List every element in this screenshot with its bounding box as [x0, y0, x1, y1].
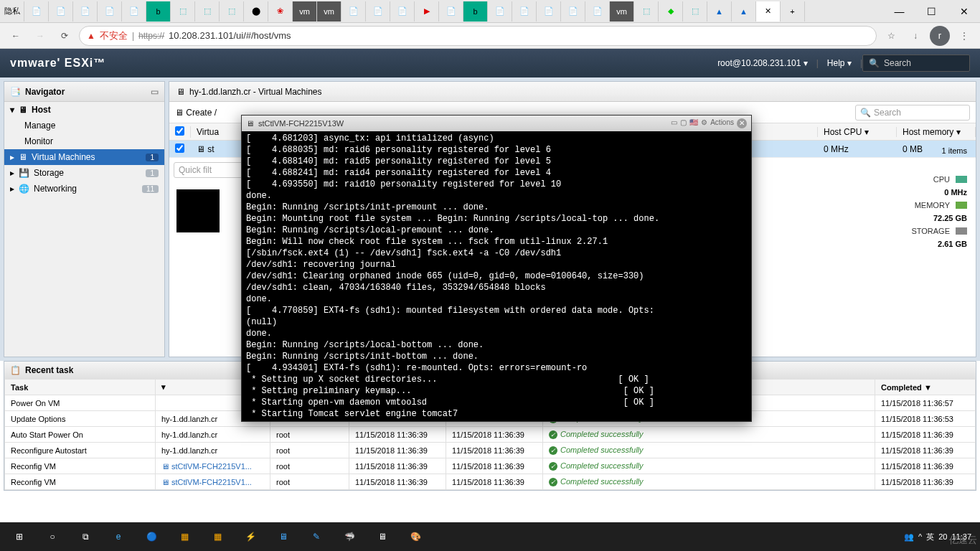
console-titlebar[interactable]: 🖥 stCtlVM-FCH2215V13W ▭ ▢ 🇺🇸 ⚙ Actions ✕	[242, 116, 751, 131]
tab-item[interactable]: 📄	[122, 1, 146, 22]
tab-item[interactable]: ⬚	[171, 1, 195, 22]
window-close[interactable]: ✕	[948, 1, 980, 22]
taskbar-chrome[interactable]: 🔵	[135, 522, 168, 551]
tab-item[interactable]: vm	[610, 1, 634, 22]
task-row[interactable]: Auto Start Power On hy-1.dd.lanzh.cr roo…	[5, 427, 976, 443]
tab-item[interactable]: ⬚	[195, 1, 220, 22]
reload-button[interactable]: ⟳	[55, 26, 75, 46]
tab-item[interactable]: 📄	[488, 1, 512, 22]
nav-networking[interactable]: ▸🌐 Networking 11	[4, 181, 164, 197]
menu-icon[interactable]: ⋮	[954, 26, 974, 46]
ime-indicator[interactable]: 英	[926, 532, 934, 542]
taskbar-app[interactable]: ✎	[300, 522, 333, 551]
taskbar-app[interactable]: 🦈	[333, 522, 366, 551]
tab-item[interactable]: ⬚	[634, 1, 659, 22]
create-vm-button[interactable]: 🖥 Create /	[175, 108, 217, 118]
navigator-panel: 📑 Navigator ▭ ▾ 🖥 Host Manage Monitor ▸🖥…	[4, 81, 165, 357]
tab-item[interactable]: ⬚	[683, 1, 707, 22]
memory-icon	[956, 202, 967, 209]
console-thumbnail[interactable]	[176, 189, 220, 232]
people-icon[interactable]: 👥	[904, 532, 914, 542]
start-button[interactable]: ⊞	[3, 522, 36, 551]
taskbar-app[interactable]: ▦	[168, 522, 201, 551]
forward-button[interactable]: →	[30, 26, 50, 46]
taskbar-app[interactable]: ⚡	[234, 522, 267, 551]
task-row[interactable]: Reconfigure Autostart hy-1.dd.lanzh.cr r…	[5, 443, 976, 458]
nav-virtual-machines[interactable]: ▸🖥 Virtual Machines 1	[4, 149, 164, 165]
taskbar-app[interactable]: 🎨	[399, 522, 432, 551]
tab-item[interactable]: 📄	[439, 1, 463, 22]
help-menu[interactable]: Help ▾	[819, 58, 860, 68]
col-completed[interactable]: Completed ▼	[875, 380, 976, 395]
tray-chevron[interactable]: ^	[918, 532, 922, 541]
profile-avatar[interactable]: r	[930, 26, 950, 46]
tab-item[interactable]: 📄	[585, 1, 610, 22]
taskbar-app[interactable]: 🖥	[366, 522, 399, 551]
window-maximize[interactable]: ☐	[915, 1, 948, 22]
tab-item[interactable]: 📄	[24, 1, 49, 22]
tab-item[interactable]: ▶	[415, 1, 439, 22]
collapse-icon[interactable]: ▭	[151, 87, 159, 97]
url-bar[interactable]: ▲ 不安全 | https://10.208.231.101/ui/#/host…	[79, 26, 877, 46]
tab-privacy[interactable]: 隐私	[0, 1, 24, 22]
taskbar-app[interactable]: e	[102, 522, 135, 551]
cortana-button[interactable]: ○	[36, 522, 69, 551]
vm-search[interactable]: 🔍 Search	[855, 105, 970, 121]
window-minimize[interactable]: —	[883, 1, 915, 22]
tab-item[interactable]: ⬚	[220, 1, 244, 22]
tab-item[interactable]: vm	[293, 1, 317, 22]
url-text: 10.208.231.101/ui/#/host/vms	[169, 30, 291, 41]
tab-item[interactable]: ▲	[732, 1, 756, 22]
tab-item[interactable]: 📄	[73, 1, 98, 22]
bookmark-icon[interactable]: ☆	[881, 26, 901, 46]
search-icon: 🔍	[860, 108, 871, 118]
gear-icon[interactable]: ⚙	[701, 118, 707, 128]
task-row[interactable]: Reconfig VM 🖥 stCtlVM-FCH2215V1... root1…	[5, 458, 976, 474]
actions-menu[interactable]: Actions	[710, 118, 734, 128]
tab-active[interactable]: ✕	[756, 1, 781, 22]
taskbar-app[interactable]: ▦	[201, 522, 234, 551]
tab-item[interactable]: 📄	[49, 1, 73, 22]
extension-icon[interactable]: ↓	[905, 26, 925, 46]
col-cpu[interactable]: Host CPU ▾	[818, 127, 897, 137]
tab-item[interactable]: 📄	[341, 1, 366, 22]
row-checkbox[interactable]	[175, 143, 184, 153]
tab-item[interactable]: 📄	[561, 1, 585, 22]
nav-manage[interactable]: Manage	[4, 118, 164, 133]
tab-item[interactable]: b	[463, 1, 488, 22]
console-min-icon[interactable]: ▭	[671, 118, 677, 128]
tab-item[interactable]: ⬤	[244, 1, 268, 22]
navigator-title: 📑 Navigator ▭	[4, 82, 164, 102]
console-max-icon[interactable]: ▢	[680, 118, 687, 128]
tab-item[interactable]: ◆	[659, 1, 683, 22]
tab-item[interactable]: 📄	[366, 1, 390, 22]
select-all-checkbox[interactable]	[175, 126, 184, 136]
nav-host[interactable]: ▾ 🖥 Host	[4, 102, 164, 118]
vm-group-icon: 🖥	[176, 87, 185, 97]
search-icon: 🔍	[869, 58, 880, 68]
col-mem[interactable]: Host memory ▾	[897, 127, 976, 137]
tab-item[interactable]: 📄	[390, 1, 415, 22]
console-window[interactable]: 🖥 stCtlVM-FCH2215V13W ▭ ▢ 🇺🇸 ⚙ Actions ✕…	[241, 115, 752, 422]
tab-item[interactable]: 📄	[98, 1, 122, 22]
stats-panel: CPU 0 MHz MEMORY 72.25 GB STORAGE 2.61 G…	[911, 175, 967, 253]
header-search[interactable]: 🔍 Search	[862, 55, 970, 72]
watermark: 亿速云	[949, 534, 977, 547]
task-row[interactable]: Reconfig VM 🖥 stCtlVM-FCH2215V1... root1…	[5, 474, 976, 490]
tab-item[interactable]: 📄	[537, 1, 561, 22]
tab-item[interactable]: ▲	[707, 1, 732, 22]
tab-item[interactable]: vm	[317, 1, 341, 22]
nav-monitor[interactable]: Monitor	[4, 133, 164, 149]
tab-item[interactable]: 📄	[512, 1, 537, 22]
taskbar-app[interactable]: 🖥	[267, 522, 300, 551]
user-menu[interactable]: root@10.208.231.101 ▾	[709, 58, 816, 68]
tab-item[interactable]: b	[146, 1, 171, 22]
back-button[interactable]: ←	[6, 26, 26, 46]
console-output: [ 4.681203] async_tx: api initialized (a…	[242, 131, 751, 421]
task-view-button[interactable]: ⧉	[69, 522, 102, 551]
col-task[interactable]: Task	[5, 380, 156, 395]
nav-storage[interactable]: ▸💾 Storage 1	[4, 165, 164, 181]
close-icon[interactable]: ✕	[737, 118, 747, 128]
new-tab-button[interactable]: +	[781, 1, 805, 22]
tab-item[interactable]: ❀	[268, 1, 293, 22]
